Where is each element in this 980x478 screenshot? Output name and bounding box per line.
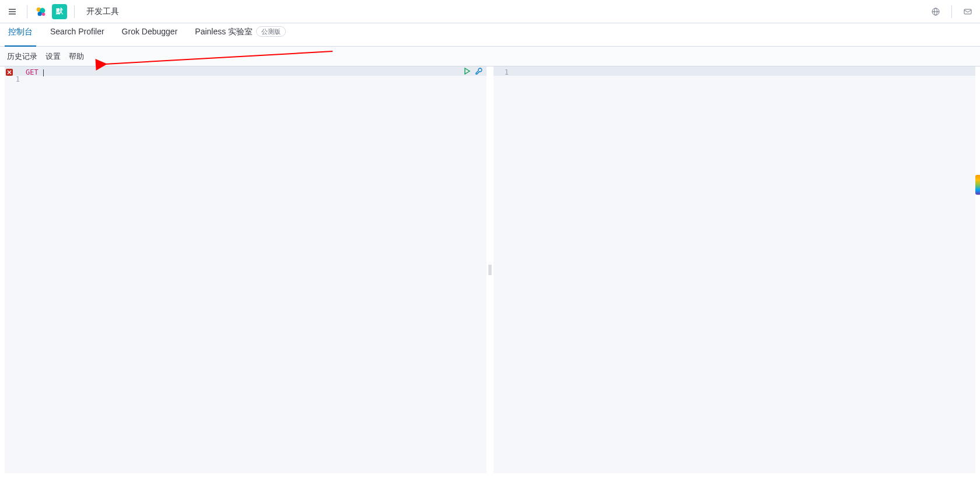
line-number: 1	[5, 75, 20, 84]
side-panel-handle[interactable]	[975, 175, 980, 195]
send-request-button[interactable]	[463, 67, 471, 75]
response-pane: 1	[494, 66, 975, 473]
breadcrumb-title: 开发工具	[82, 6, 119, 17]
svg-rect-10	[964, 9, 971, 14]
request-pane: 1 GET	[5, 66, 487, 473]
request-gutter: 1	[5, 66, 23, 473]
tabs-row: 控制台 Search Profiler Grok Debugger Painle…	[0, 23, 980, 47]
tab-label: Grok Debugger	[122, 23, 178, 40]
line-highlight	[512, 66, 975, 76]
header-left: 默 开发工具	[5, 4, 119, 19]
svg-point-5	[38, 12, 42, 16]
text-caret	[43, 69, 44, 76]
space-badge-text: 默	[56, 6, 63, 16]
tab-grok-debugger[interactable]: Grok Debugger	[118, 23, 181, 46]
elastic-logo[interactable]	[34, 5, 47, 18]
console-submenu: 历史记录 设置 帮助	[0, 47, 980, 66]
response-gutter: 1	[494, 66, 512, 473]
request-options-button[interactable]	[475, 67, 483, 75]
globe-icon	[931, 7, 940, 16]
hamburger-icon	[8, 7, 17, 16]
beta-badge: 公测版	[256, 26, 286, 37]
tab-search-profiler[interactable]: Search Profiler	[47, 23, 108, 46]
elastic-logo-icon	[34, 5, 47, 18]
divider	[951, 5, 952, 18]
console-editor: 1 GET	[5, 66, 975, 473]
divider	[74, 5, 75, 18]
code-line: GET	[23, 68, 487, 77]
menu-toggle-button[interactable]	[5, 4, 20, 19]
space-selector[interactable]: 默	[52, 4, 67, 19]
wrench-icon	[475, 67, 483, 75]
http-method-keyword: GET	[26, 68, 38, 76]
newsfeed-button[interactable]	[928, 4, 943, 19]
submenu-history[interactable]: 历史记录	[7, 51, 37, 62]
tab-label: 控制台	[8, 23, 33, 40]
play-icon	[463, 67, 471, 75]
pane-splitter[interactable]	[487, 66, 494, 473]
splitter-grip-icon	[489, 265, 491, 275]
tab-label: Search Profiler	[50, 23, 104, 40]
tab-painless-lab[interactable]: Painless 实验室 公测版	[191, 23, 289, 46]
tab-label: Painless 实验室	[195, 23, 253, 40]
app-header: 默 开发工具	[0, 0, 980, 23]
tab-console[interactable]: 控制台	[5, 23, 36, 46]
divider	[27, 5, 27, 18]
svg-point-6	[42, 12, 46, 16]
request-editor[interactable]: GET	[23, 66, 487, 473]
submenu-settings[interactable]: 设置	[46, 51, 61, 62]
submenu-help[interactable]: 帮助	[69, 51, 84, 62]
mail-icon	[963, 7, 972, 16]
inbox-button[interactable]	[960, 4, 975, 19]
request-actions	[463, 66, 483, 76]
error-x-icon	[7, 70, 12, 75]
line-number: 1	[494, 68, 509, 77]
header-right	[928, 4, 975, 19]
response-viewer[interactable]	[512, 66, 975, 473]
